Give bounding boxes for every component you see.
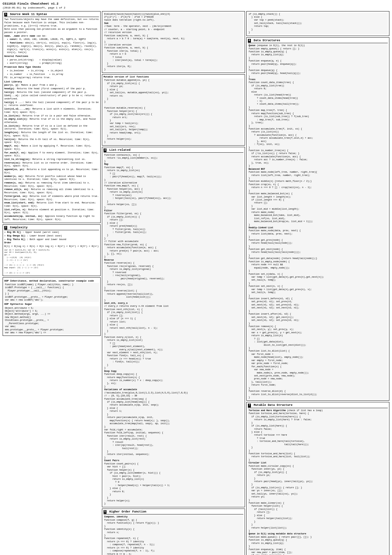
- section-list-related: 4 List-related function contains(x, xs) …: [102, 147, 245, 507]
- oop-title: OOP Inheritance, method declaration, con…: [4, 279, 99, 283]
- mutable-list-code: function mutable_append(xs, ys) { if (is…: [104, 78, 243, 144]
- higher-order-code: Compose, identity function compose(f, g)…: [104, 515, 243, 555]
- col-2: Evaluate(twice(twice(twice)))(twice(plus…: [102, 11, 245, 555]
- complexity-diagram: var l1 = list(1,2); var l2 = list(3,4); …: [4, 249, 99, 274]
- data-structures-code: Queue (enqueue in O(1), the rest in O(1)…: [248, 44, 388, 399]
- section-higher-order: 5 Higher Order Function Compose, identit…: [102, 509, 245, 555]
- page-date: (2019-05-01) by indocomsoft, page 1 of 2: [3, 6, 389, 10]
- section-data-structures: 6 Data Structures Queue (enqueue in O(1)…: [246, 37, 389, 401]
- main-grid: 1 Source Week 11 Syntax Two functions/ob…: [3, 11, 389, 555]
- col-1: 1 Source Week 11 Syntax Two functions/ob…: [3, 11, 101, 555]
- section-5-title: 5 Higher Order Function: [104, 510, 243, 514]
- section-complexity: 2 Complexity • Big Oh O() : Upper bound …: [3, 224, 101, 276]
- stack-if-box: if (is_empty_stack()) { } else { var top…: [246, 11, 389, 36]
- section-4-title: 4 List-related: [104, 148, 243, 153]
- oop-sugar-code: Object.attribute = 5; Object['attribute'…: [4, 306, 99, 335]
- section-1-title: 1 Source Week 11 Syntax: [4, 12, 99, 17]
- col-3: if (is_empty_stack()) { } else { var top…: [246, 11, 389, 555]
- page-title: CS1101S Finals Cheatsheet v1.2: [3, 2, 389, 6]
- mutable-list-box: Mutable version of list functions functi…: [102, 74, 245, 146]
- section-oop: OOP Inheritance, method declaration, con…: [3, 277, 101, 336]
- mutable-list-title: Mutable version of list functions: [104, 76, 243, 78]
- complexity-content: • Big Oh O() : Upper bound (worst case) …: [4, 231, 99, 274]
- evaluate-code: Evaluate(twice(twice(twice)))(twice(plus…: [104, 12, 243, 72]
- list-related-code: function contains(x, xs) { return !is_em…: [104, 153, 243, 506]
- evaluate-box: Evaluate(twice(twice(twice)))(twice(plus…: [102, 11, 245, 73]
- section-source-week-syntax: 1 Source Week 11 Syntax Two functions/ob…: [3, 11, 101, 223]
- list-library-title: List Library: [4, 80, 99, 83]
- mutable-data-code: Tortoise and Hare Algorithm (check if li…: [248, 409, 388, 555]
- oop-sugar-title: OOP Syntactic Sugar: [4, 303, 99, 306]
- source-week-content: Two functions/objects may have the same …: [4, 18, 99, 79]
- section-7-title: 7 Mutable Data Structure: [248, 403, 388, 408]
- section-2-title: 2 Complexity: [4, 226, 99, 230]
- stack-if-code: if (is_empty_stack()) { } else { var top…: [248, 12, 388, 35]
- page: CS1101S Finals Cheatsheet v1.2 (2019-05-…: [0, 0, 392, 555]
- header: CS1101S Finals Cheatsheet v1.2 (2019-05-…: [3, 2, 389, 10]
- section-6-title: 6 Data Structures: [248, 39, 388, 43]
- oop-code: function icsBOT(name) { Player.call(this…: [4, 283, 99, 302]
- section-mutable-data: 7 Mutable Data Structure Tortoise and Ha…: [246, 402, 389, 555]
- list-library-content: pair(x, y): Makes a pair from x and y. h…: [4, 84, 99, 221]
